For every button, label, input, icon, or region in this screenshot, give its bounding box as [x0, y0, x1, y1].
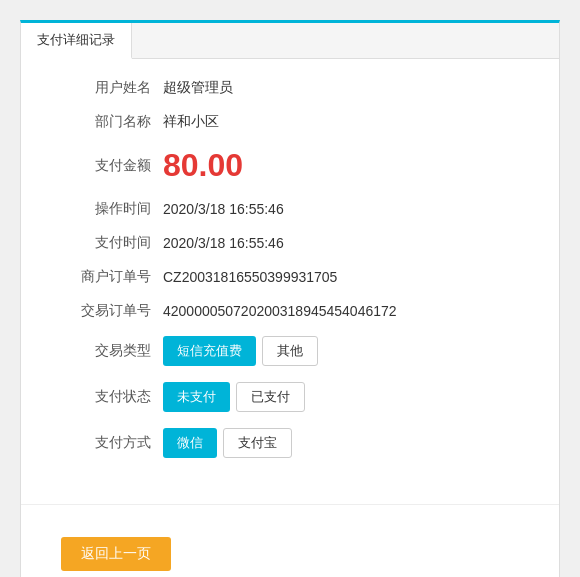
- pay-status-unpaid-btn[interactable]: 未支付: [163, 382, 230, 412]
- trade-type-sms-btn[interactable]: 短信充值费: [163, 336, 256, 366]
- merchant-order-value: CZ20031816550399931705: [163, 269, 337, 285]
- row-dept: 部门名称 祥和小区: [61, 113, 519, 131]
- dept-value: 祥和小区: [163, 113, 219, 131]
- pay-time-value: 2020/3/18 16:55:46: [163, 235, 284, 251]
- dept-label: 部门名称: [61, 113, 151, 131]
- trade-type-label: 交易类型: [61, 342, 151, 360]
- tab-bar: 支付详细记录: [21, 23, 559, 59]
- row-trade-order: 交易订单号 420000050720200318945454046172: [61, 302, 519, 320]
- footer-area: 返回上一页: [21, 521, 559, 577]
- section-divider: [21, 504, 559, 505]
- amount-value: 80.00: [163, 147, 243, 184]
- tab-payment-detail[interactable]: 支付详细记录: [21, 23, 132, 59]
- trade-order-label: 交易订单号: [61, 302, 151, 320]
- username-label: 用户姓名: [61, 79, 151, 97]
- row-pay-time: 支付时间 2020/3/18 16:55:46: [61, 234, 519, 252]
- row-pay-status: 支付状态 未支付 已支付: [61, 382, 519, 412]
- trade-type-other-btn[interactable]: 其他: [262, 336, 318, 366]
- row-trade-type: 交易类型 短信充值费 其他: [61, 336, 519, 366]
- pay-status-group: 未支付 已支付: [163, 382, 305, 412]
- pay-time-label: 支付时间: [61, 234, 151, 252]
- trade-type-group: 短信充值费 其他: [163, 336, 318, 366]
- pay-method-label: 支付方式: [61, 434, 151, 452]
- row-op-time: 操作时间 2020/3/18 16:55:46: [61, 200, 519, 218]
- content-area: 用户姓名 超级管理员 部门名称 祥和小区 支付金额 80.00 操作时间 202…: [21, 59, 559, 504]
- row-username: 用户姓名 超级管理员: [61, 79, 519, 97]
- back-button[interactable]: 返回上一页: [61, 537, 171, 571]
- row-merchant-order: 商户订单号 CZ20031816550399931705: [61, 268, 519, 286]
- row-pay-method: 支付方式 微信 支付宝: [61, 428, 519, 458]
- trade-order-value: 420000050720200318945454046172: [163, 303, 397, 319]
- merchant-order-label: 商户订单号: [61, 268, 151, 286]
- pay-status-label: 支付状态: [61, 388, 151, 406]
- pay-method-group: 微信 支付宝: [163, 428, 292, 458]
- op-time-label: 操作时间: [61, 200, 151, 218]
- amount-label: 支付金额: [61, 157, 151, 175]
- op-time-value: 2020/3/18 16:55:46: [163, 201, 284, 217]
- pay-method-alipay-btn[interactable]: 支付宝: [223, 428, 292, 458]
- pay-method-wechat-btn[interactable]: 微信: [163, 428, 217, 458]
- row-amount: 支付金额 80.00: [61, 147, 519, 184]
- pay-status-paid-btn[interactable]: 已支付: [236, 382, 305, 412]
- username-value: 超级管理员: [163, 79, 233, 97]
- main-card: 支付详细记录 用户姓名 超级管理员 部门名称 祥和小区 支付金额 80.00 操…: [20, 20, 560, 577]
